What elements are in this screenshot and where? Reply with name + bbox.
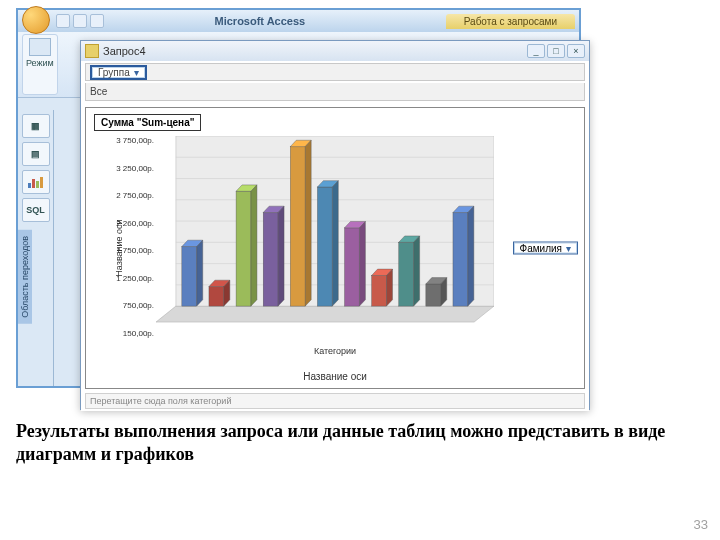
chevron-down-icon: ▾ (566, 243, 571, 254)
svg-marker-36 (387, 269, 393, 306)
filter-field-chip[interactable]: Группа ▾ (90, 65, 147, 80)
minimize-button[interactable]: _ (527, 44, 545, 58)
y-tick: 3 250,00р. (116, 164, 154, 173)
view-pivot-icon[interactable]: ▤ (22, 142, 50, 166)
office-button[interactable] (22, 6, 50, 34)
filter-value-zone[interactable]: Все (85, 83, 585, 101)
y-tick: 2 260,00р. (116, 219, 154, 228)
filter-field-label: Группа (98, 67, 130, 78)
x-axis-outer-label[interactable]: Название оси (303, 371, 367, 382)
qat-undo-icon[interactable] (73, 14, 87, 28)
view-sql-button[interactable]: SQL (22, 198, 50, 222)
category-drop-hint: Перетащите сюда поля категорий (90, 396, 231, 406)
svg-marker-33 (359, 221, 365, 306)
navigation-pane-label[interactable]: Область переходов (18, 230, 32, 324)
svg-rect-43 (453, 213, 468, 307)
y-tick: 3 750,00р. (116, 136, 154, 145)
plot-area (156, 136, 494, 338)
svg-marker-27 (305, 140, 311, 306)
filter-drop-zone[interactable]: Группа ▾ (85, 63, 585, 81)
svg-rect-28 (317, 187, 332, 306)
svg-marker-39 (414, 236, 420, 306)
svg-marker-4 (156, 306, 494, 322)
y-tick: 1 250,00р. (116, 274, 154, 283)
chart-svg (156, 136, 494, 338)
svg-rect-2 (36, 181, 39, 188)
y-axis-ticks: 3 750,00р. 3 250,00р. 2 750,00р. 2 260,0… (114, 136, 154, 338)
svg-rect-3 (40, 177, 43, 188)
svg-rect-31 (345, 228, 360, 306)
pivotchart-window: Запрос4 _ □ × Группа ▾ Все Сумма "Sum-це… (80, 40, 590, 410)
chevron-down-icon: ▾ (134, 67, 139, 78)
view-datasheet-icon[interactable]: ▦ (22, 114, 50, 138)
svg-rect-22 (263, 213, 278, 307)
ribbon-group-label: Режим (26, 58, 54, 68)
svg-marker-45 (468, 206, 474, 306)
svg-rect-13 (182, 247, 197, 307)
svg-rect-0 (28, 183, 31, 188)
query-icon (85, 44, 99, 58)
y-tick: 1 750,00р. (116, 246, 154, 255)
x-axis-inner-label: Категории (314, 346, 356, 356)
svg-rect-16 (209, 287, 224, 307)
svg-rect-19 (236, 191, 251, 306)
svg-rect-37 (399, 242, 414, 306)
qat-redo-icon[interactable] (90, 14, 104, 28)
svg-rect-1 (32, 179, 35, 188)
access-titlebar: Microsoft Access Работа с запросами (18, 10, 579, 32)
svg-marker-21 (251, 185, 257, 306)
svg-rect-40 (426, 284, 441, 306)
view-chart-icon[interactable] (22, 170, 50, 194)
app-title: Microsoft Access (104, 15, 416, 27)
svg-marker-15 (197, 240, 203, 306)
pivotchart-titlebar[interactable]: Запрос4 _ □ × (81, 41, 589, 61)
chart-area: Сумма "Sum-цена" Название оси 3 750,00р.… (85, 107, 585, 389)
maximize-button[interactable]: □ (547, 44, 565, 58)
svg-marker-24 (278, 206, 284, 306)
y-tick: 2 750,00р. (116, 191, 154, 200)
ribbon-group-mode[interactable]: Режим (22, 34, 58, 95)
svg-rect-25 (290, 147, 305, 306)
legend-field-label: Фамилия (520, 243, 562, 254)
svg-rect-34 (372, 275, 387, 306)
svg-marker-30 (332, 181, 338, 306)
bar-chart-icon (27, 175, 45, 189)
pivotchart-title: Запрос4 (103, 45, 523, 57)
slide-caption: Результаты выполнения запроса или данные… (16, 420, 704, 465)
filter-value-label: Все (90, 86, 107, 97)
legend-field-chip[interactable]: Фамилия ▾ (513, 242, 578, 255)
slide-number: 33 (694, 517, 708, 532)
category-drop-zone[interactable]: Перетащите сюда поля категорий (85, 393, 585, 409)
y-tick: 750,00р. (123, 301, 154, 310)
chart-title[interactable]: Сумма "Sum-цена" (94, 114, 201, 131)
close-button[interactable]: × (567, 44, 585, 58)
quick-access-toolbar (56, 14, 104, 28)
y-tick: 150,00р. (123, 329, 154, 338)
qat-save-icon[interactable] (56, 14, 70, 28)
datasheet-view-icon (29, 38, 51, 56)
pivotchart-body: Группа ▾ Все Сумма "Sum-цена" Название о… (81, 63, 589, 411)
contextual-tab-label[interactable]: Работа с запросами (446, 14, 575, 29)
